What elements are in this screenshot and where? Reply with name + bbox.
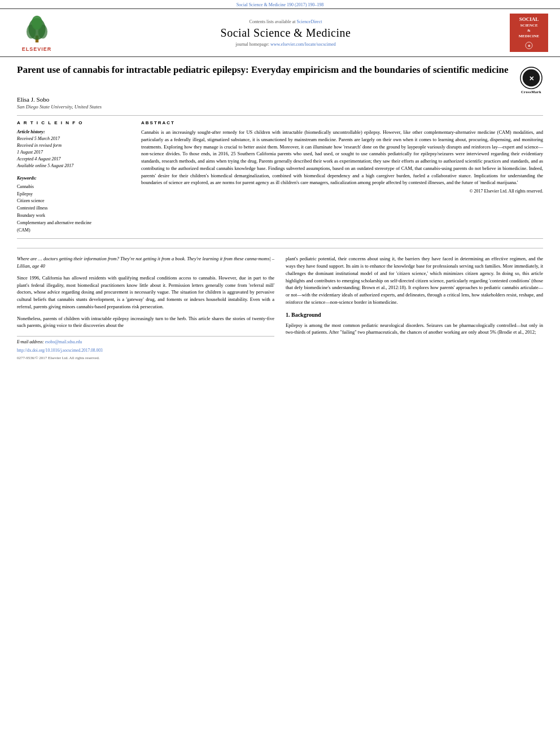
logo-line4: MEDICINE — [519, 34, 540, 40]
sciencedirect-link[interactable]: ScienceDirect — [297, 19, 322, 24]
keyword-5: Boundary work — [17, 213, 45, 218]
author-name: Elisa J. Sobo — [17, 96, 543, 103]
history-label: Article history: — [17, 129, 45, 134]
keywords-section: Keywords: Cannabis Epilepsy Citizen scie… — [17, 175, 130, 234]
article-info-column: A R T I C L E I N F O Article history: R… — [17, 120, 130, 234]
logo-line3: & — [527, 28, 531, 34]
elsevier-wordmark: ELSEVIER — [22, 46, 52, 52]
svg-text:♻: ♻ — [528, 44, 531, 47]
crossmark-icon: ✕ — [519, 66, 543, 90]
body-col-left: Where are … doctors getting their inform… — [17, 255, 274, 361]
keyword-2: Epilepsy — [17, 191, 33, 196]
homepage-link[interactable]: www.elsevier.com/locate/socscimed — [270, 42, 336, 47]
email-link[interactable]: esobo@mail.sdsu.edu — [45, 339, 82, 344]
body-section: Where are … doctors getting their inform… — [17, 248, 543, 361]
journal-header: ELSEVIER Contents lists available at Sci… — [0, 8, 560, 57]
article-history: Article history: Received 5 March 2017 R… — [17, 129, 130, 169]
copyright-line: © 2017 Elsevier Ltd. All rights reserved… — [141, 189, 543, 194]
doi-line: http://dx.doi.org/10.1016/j.socscimed.20… — [17, 347, 274, 353]
keyword-6: Complementary and alternative medicine — [17, 220, 91, 225]
svg-point-4 — [31, 15, 42, 29]
keyword-3: Citizen science — [17, 198, 45, 203]
abstract-column: ABSTRACT Cannabis is an increasingly sou… — [141, 120, 543, 234]
abstract-text: Cannabis is an increasingly sought-after… — [141, 129, 543, 186]
body-para-2: Nonetheless, parents of children with in… — [17, 315, 274, 330]
logo-line1: SOCIAL — [519, 16, 539, 23]
body-col-right: plant's pediatric potential, their conce… — [286, 255, 543, 361]
journal-title: Social Science & Medicine — [73, 27, 498, 40]
crossmark-label: CrossMark — [521, 90, 541, 94]
journal-logo-box: SOCIAL SCIENCE & MEDICINE ♻ — [510, 14, 548, 52]
body-para-3: plant's pediatric potential, their conce… — [286, 255, 543, 305]
keyword-1: Cannabis — [17, 184, 34, 189]
elsevier-logo: ELSEVIER — [11, 14, 62, 52]
rights-line: 0277-9536/© 2017 Elsevier Ltd. All right… — [17, 355, 274, 361]
doi-link[interactable]: http://dx.doi.org/10.1016/j.socscimed.20… — [17, 348, 103, 353]
footnote-area: E-mail address: esobo@mail.sdsu.edu http… — [17, 336, 274, 361]
logo-line2: SCIENCE — [520, 23, 537, 29]
email-line: E-mail address: esobo@mail.sdsu.edu — [17, 339, 274, 345]
received-date: Received 5 March 2017 — [17, 136, 60, 141]
body-para-1: Since 1996, California has allowed resid… — [17, 274, 274, 311]
available-date: Available online 5 August 2017 — [17, 163, 73, 168]
logo-icon: ♻ — [523, 41, 535, 50]
journal-homepage-line: journal homepage: www.elsevier.com/locat… — [73, 42, 498, 47]
body-section1-para1: Epilepsy is among the most common pediat… — [286, 322, 543, 337]
citation-text: Social Science & Medicine 190 (2017) 190… — [237, 2, 324, 7]
revised-date: 1 August 2017 — [17, 150, 43, 155]
svg-text:✕: ✕ — [529, 75, 534, 82]
keywords-label: Keywords: — [17, 175, 130, 182]
keyword-6b: (CAM) — [17, 228, 30, 233]
divider-1 — [17, 115, 543, 116]
top-citation-bar: Social Science & Medicine 190 (2017) 190… — [0, 0, 560, 8]
contents-available-line: Contents lists available at ScienceDirec… — [73, 19, 498, 24]
accepted-date: Accepted 4 August 2017 — [17, 156, 60, 161]
journal-logo-right: SOCIAL SCIENCE & MEDICINE ♻ — [509, 14, 549, 52]
elsevier-tree-icon — [21, 14, 53, 45]
crossmark-badge: ✕ CrossMark — [515, 64, 543, 94]
article-info-header: A R T I C L E I N F O — [17, 120, 130, 125]
revised-label: Received in revised form — [17, 143, 62, 148]
pull-quote: Where are … doctors getting their inform… — [17, 255, 274, 270]
keyword-4: Contested illness — [17, 206, 47, 211]
article-title: Parent use of cannabis for intractable p… — [17, 64, 509, 76]
journal-center-info: Contents lists available at ScienceDirec… — [73, 19, 498, 47]
email-label: E-mail address: — [17, 339, 44, 344]
abstract-header: ABSTRACT — [141, 120, 543, 125]
section-1-heading: 1. Background — [286, 311, 543, 319]
affiliation: San Diego State University, United State… — [17, 104, 543, 110]
divider-2 — [17, 238, 543, 239]
